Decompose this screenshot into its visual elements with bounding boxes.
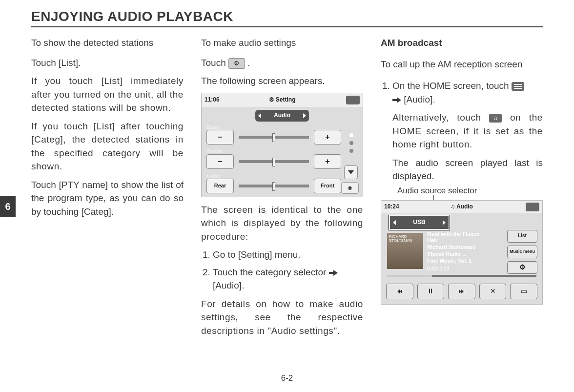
col1-p4: Touch [PTY name] to show the list of the… <box>31 178 184 219</box>
fader-rear-button[interactable]: Rear <box>206 179 234 193</box>
title-divider <box>31 26 543 27</box>
col3-li1b: [Audio]. <box>404 94 435 104</box>
shuffle-button[interactable]: ✕ <box>479 284 507 299</box>
col3-p-alt: Alternatively, touch ♫ on the HOME scree… <box>381 111 543 151</box>
ss1-statusbar: 11:06 ⚙ Setting <box>202 93 363 107</box>
col2-p1: Touch ⚙ . <box>201 56 363 70</box>
page-title: ENJOYING AUDIO PLAYBACK <box>31 9 543 24</box>
settings-button[interactable]: ⚙ <box>507 261 537 274</box>
col1-p3: If you touch [List] after touching [Cate… <box>31 120 184 173</box>
col3-list: On the HOME screen, touch [Audio]. <box>381 79 543 106</box>
track-album: Fine Music, Vol. 1 <box>427 258 489 265</box>
col1-p2: If you touch [List] immediately after yo… <box>31 74 184 115</box>
content-columns: To show the detected stations Touch [Lis… <box>31 36 543 343</box>
col2-li2b: [Audio]. <box>213 280 244 290</box>
column-3: AM broadcast To call up the AM reception… <box>381 36 543 343</box>
treble-minus-button[interactable]: − <box>206 154 234 169</box>
col1-heading: To show the detected stations <box>31 36 153 51</box>
col2-p1b: . <box>247 58 250 68</box>
col3-li1a: On the HOME screen, touch <box>392 81 512 91</box>
ss2-title: ♫ Audio <box>381 203 542 211</box>
col2-list: Go to [Setting] menu. Touch the category… <box>201 248 363 292</box>
audio-category-pill[interactable]: Audio <box>255 110 309 122</box>
col2-heading: To make audio settings <box>201 36 296 51</box>
treble-slider[interactable] <box>239 160 309 163</box>
col2-p4: For details on how to make audio setting… <box>201 297 363 338</box>
list-button[interactable]: List <box>507 230 537 243</box>
fader-slider[interactable] <box>239 185 309 187</box>
col2-li2a: Touch the category selector <box>213 267 329 277</box>
bass-row: − + <box>206 130 341 144</box>
col1-p1: Touch [List]. <box>31 56 184 70</box>
track-time: 0:40/-2:09 <box>427 266 489 272</box>
audio-source-selector[interactable]: USB <box>389 215 450 230</box>
page-number: 6-2 <box>0 373 574 383</box>
column-1: To show the detected stations Touch [Lis… <box>31 36 184 343</box>
track-title: Maid with the Flaxen Hair <box>427 231 489 245</box>
prev-track-button[interactable]: ⏮ <box>386 284 413 299</box>
chapter-tab: 6 <box>0 196 16 217</box>
fader-front-button[interactable]: Front <box>314 179 341 193</box>
col2-p1a: Touch <box>201 58 228 68</box>
menu-icon <box>512 82 524 91</box>
home-icon[interactable] <box>341 182 359 194</box>
next-track-button[interactable]: ⏭ <box>448 284 475 299</box>
treble-plus-button[interactable]: + <box>314 154 341 169</box>
bass-slider[interactable] <box>239 136 309 139</box>
screenshot-audio-player: 10:24 ♫ Audio USB RICHARD STOLTZMAN Maid… <box>381 200 543 305</box>
col3-p-last: The audio screen played last is displaye… <box>381 156 543 183</box>
track-artist: Richard Stoltzman/ Slovak Radio ... <box>427 244 489 258</box>
arrow-right-icon <box>392 97 401 103</box>
pause-button[interactable]: ⏸ <box>417 284 445 299</box>
col3-li1: On the HOME screen, touch [Audio]. <box>392 79 543 106</box>
ss2-statusbar: 10:24 ♫ Audio <box>381 201 542 213</box>
page-dots <box>345 133 358 153</box>
col2-p3: The screen is identical to the one which… <box>201 203 363 244</box>
bass-minus-button[interactable]: − <box>206 130 234 144</box>
screenshot-audio-setting: 11:06 ⚙ Setting Audio Bass Treble Fader … <box>201 93 363 197</box>
album-art: RICHARD STOLTZMAN <box>387 233 423 269</box>
side-buttons: List Music menu ⚙ <box>507 230 537 274</box>
col2-li1: Go to [Setting] menu. <box>213 248 363 262</box>
col3-heading: To call up the AM reception screen <box>381 58 522 73</box>
bass-plus-button[interactable]: + <box>314 130 341 144</box>
col2-li2: Touch the category selector [Audio]. <box>213 266 363 292</box>
scroll-down-button[interactable] <box>344 165 358 179</box>
repeat-button[interactable]: ▭ <box>510 284 537 299</box>
music-menu-button[interactable]: Music menu <box>507 246 537 258</box>
callout-text: Audio source selector <box>397 186 477 195</box>
column-2: To make audio settings Touch ⚙ . The fol… <box>201 36 363 343</box>
col3-heading-bold: AM broadcast <box>381 36 543 50</box>
treble-row: − + <box>206 155 341 168</box>
ss1-title: ⚙ Setting <box>202 96 363 104</box>
playback-controls: ⏮ ⏸ ⏭ ✕ ▭ <box>386 284 537 299</box>
gear-icon: ⚙ <box>228 58 245 69</box>
fader-row: Rear Front <box>206 179 341 193</box>
audio-source-selector-callout: Audio source selector <box>397 185 543 197</box>
music-note-icon: ♫ <box>489 114 502 123</box>
back-icon[interactable] <box>346 96 360 104</box>
progress-bar[interactable] <box>387 275 536 277</box>
track-metadata: Maid with the Flaxen Hair Richard Stoltz… <box>427 231 489 272</box>
arrow-right-icon <box>329 269 338 276</box>
col2-p2: The following screen appears. <box>201 74 363 88</box>
col3-p-alt-a: Alternatively, touch <box>392 112 489 123</box>
